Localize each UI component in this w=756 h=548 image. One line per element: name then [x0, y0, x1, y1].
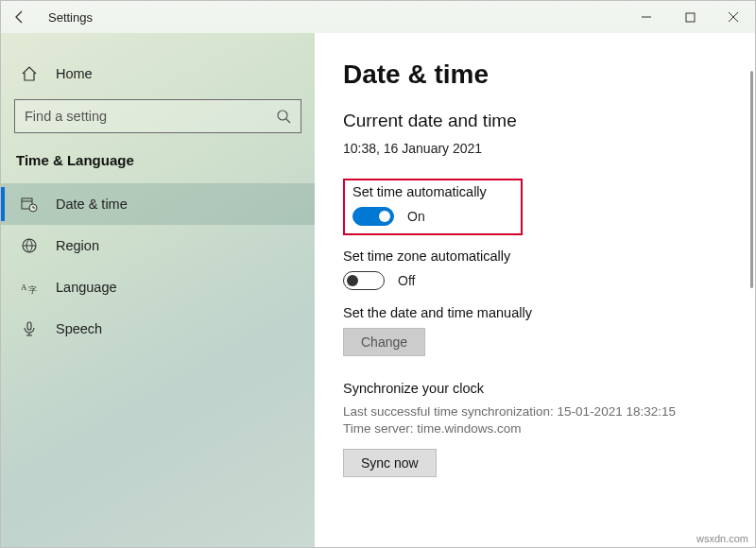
sidebar-item-date-time[interactable]: Date & time — [1, 183, 315, 225]
change-button[interactable]: Change — [343, 328, 425, 356]
sidebar-item-label: Date & time — [56, 197, 128, 212]
set-tz-auto-label: Set time zone automatically — [343, 248, 727, 264]
svg-text:A: A — [21, 283, 27, 292]
svg-rect-1 — [686, 13, 695, 22]
globe-icon — [20, 237, 39, 254]
set-time-auto-state: On — [407, 209, 425, 224]
maximize-button[interactable] — [668, 1, 712, 33]
language-icon: A字 — [20, 279, 39, 296]
home-label: Home — [56, 66, 93, 81]
back-icon[interactable] — [9, 9, 31, 25]
titlebar: Settings — [1, 1, 755, 33]
sync-server-line: Time server: time.windows.com — [343, 420, 727, 437]
search-icon — [276, 109, 291, 124]
sync-last-line: Last successful time synchronization: 15… — [343, 403, 727, 420]
minimize-button[interactable] — [625, 1, 668, 33]
settings-window: Settings Home — [0, 0, 756, 548]
set-time-auto-label: Set time automatically — [352, 184, 487, 199]
microphone-icon — [20, 320, 39, 337]
content-pane: Date & time Current date and time 10:38,… — [315, 33, 755, 547]
sidebar-item-speech[interactable]: Speech — [1, 308, 315, 350]
svg-point-2 — [278, 111, 287, 120]
current-datetime-value: 10:38, 16 January 2021 — [343, 141, 727, 156]
section-current-datetime: Current date and time — [343, 111, 727, 131]
sidebar-item-region[interactable]: Region — [1, 225, 315, 266]
window-controls — [625, 1, 755, 33]
home-icon — [20, 65, 39, 82]
set-tz-auto-state: Off — [398, 273, 415, 288]
sync-info: Last successful time synchronization: 15… — [343, 403, 727, 437]
svg-line-3 — [286, 119, 290, 123]
sync-heading: Synchronize your clock — [343, 381, 727, 396]
sync-now-button[interactable]: Sync now — [343, 449, 437, 477]
set-time-auto-toggle[interactable] — [352, 207, 394, 226]
sidebar-item-label: Language — [56, 280, 117, 295]
sidebar-item-language[interactable]: A字 Language — [1, 266, 315, 308]
calendar-clock-icon — [20, 196, 39, 213]
highlight-set-time-auto: Set time automatically On — [343, 179, 523, 235]
svg-rect-10 — [27, 322, 31, 330]
search-input[interactable] — [25, 109, 276, 124]
watermark: wsxdn.com — [696, 533, 748, 544]
sidebar-item-label: Region — [56, 238, 99, 253]
set-tz-auto-toggle[interactable] — [343, 271, 385, 290]
sidebar-category: Time & Language — [1, 150, 315, 183]
sidebar: Home Time & Language Date & time Reg — [1, 33, 315, 547]
close-button[interactable] — [712, 1, 755, 33]
set-manual-label: Set the date and time manually — [343, 305, 727, 320]
scrollbar[interactable] — [749, 71, 753, 538]
svg-text:字: 字 — [28, 285, 37, 295]
window-title: Settings — [48, 10, 93, 25]
sidebar-item-label: Speech — [56, 321, 102, 336]
window-body: Home Time & Language Date & time Reg — [1, 33, 755, 547]
page-title: Date & time — [343, 60, 727, 90]
sidebar-home[interactable]: Home — [1, 60, 315, 92]
search-box[interactable] — [14, 99, 301, 133]
